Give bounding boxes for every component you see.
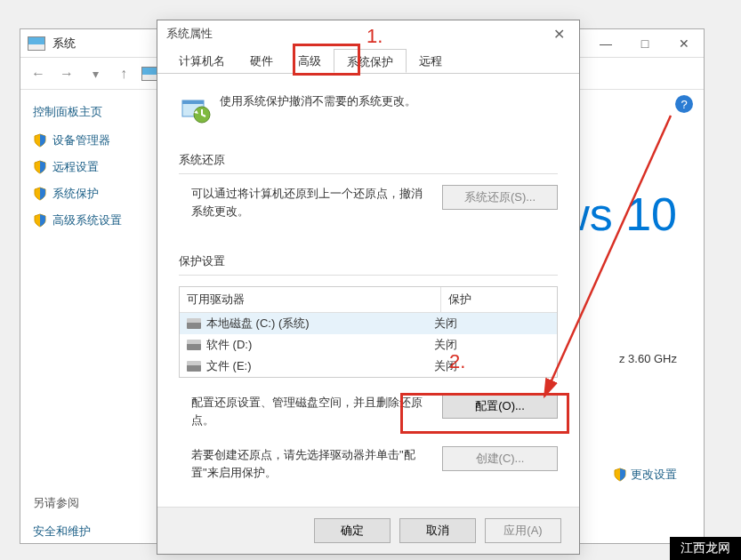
- system-restore-button[interactable]: 系统还原(S)...: [442, 185, 558, 210]
- system-icon: [28, 36, 45, 51]
- change-settings-link[interactable]: 更改设置: [613, 467, 677, 483]
- shield-icon: [33, 160, 47, 174]
- shield-icon: [33, 133, 47, 148]
- configure-text: 配置还原设置、管理磁盘空间，并且删除还原点。: [179, 394, 428, 428]
- up-button[interactable]: ↑: [113, 63, 134, 84]
- intro-row: 使用系统保护撤消不需要的系统更改。: [179, 93, 558, 125]
- annotation-number-1: 1.: [366, 25, 383, 48]
- configure-button[interactable]: 配置(O)...: [442, 394, 558, 419]
- shield-icon: [33, 213, 47, 228]
- sidebar-item-label: 远程设置: [52, 159, 99, 175]
- drive-table-header: 可用驱动器 保护: [180, 287, 557, 313]
- forward-button[interactable]: →: [56, 63, 77, 84]
- create-text: 若要创建还原点，请先选择驱动器并单击"配置"来启用保护。: [179, 446, 428, 481]
- drive-icon: [187, 318, 201, 329]
- dialog-body: 使用系统保护撤消不需要的系统更改。 系统还原 可以通过将计算机还原到上一个还原点…: [157, 74, 579, 508]
- sidebar-item-remote[interactable]: 远程设置: [33, 159, 149, 175]
- drive-name: 文件 (E:): [206, 358, 252, 374]
- annotation-number-2: 2.: [449, 350, 465, 373]
- up-chevron-icon: ▾: [85, 63, 106, 84]
- minimize-button[interactable]: —: [586, 30, 625, 57]
- sidebar-item-label: 设备管理器: [52, 132, 110, 148]
- drive-name: 软件 (D:): [206, 337, 252, 353]
- restore-text: 可以通过将计算机还原到上一个还原点，撤消系统更改。: [179, 185, 428, 220]
- shield-icon: [613, 468, 627, 482]
- drive-row-e[interactable]: 文件 (E:) 关闭: [180, 356, 557, 377]
- change-settings-label: 更改设置: [631, 467, 677, 483]
- tab-hardware[interactable]: 硬件: [238, 49, 286, 73]
- tabs: 计算机名 硬件 高级 系统保护 远程: [157, 47, 579, 74]
- sidebar-item-advanced[interactable]: 高级系统设置: [33, 212, 149, 228]
- close-button[interactable]: ✕: [664, 30, 704, 57]
- drive-status: 关闭: [434, 316, 550, 332]
- ok-button[interactable]: 确定: [314, 518, 391, 543]
- drive-icon: [187, 361, 201, 372]
- svg-rect-1: [182, 100, 204, 104]
- watermark: 江西龙网: [670, 537, 741, 560]
- drive-row-d[interactable]: 软件 (D:) 关闭: [180, 334, 557, 356]
- back-button[interactable]: ←: [28, 63, 49, 84]
- tab-computer-name[interactable]: 计算机名: [166, 49, 238, 73]
- restore-icon: [179, 93, 211, 125]
- sidebar-item-label: 高级系统设置: [52, 212, 122, 228]
- create-button[interactable]: 创建(C)...: [442, 446, 558, 471]
- divider: [179, 173, 558, 174]
- dialog-title: 系统属性: [166, 26, 213, 42]
- maximize-button[interactable]: □: [625, 30, 664, 57]
- header-drive: 可用驱动器: [180, 287, 441, 312]
- sidebar-header: 控制面板主页: [33, 104, 149, 120]
- sidebar-item-protection[interactable]: 系统保护: [33, 186, 149, 202]
- intro-text: 使用系统保护撤消不需要的系统更改。: [220, 93, 416, 125]
- restore-section-label: 系统还原: [179, 152, 558, 168]
- drive-row-c[interactable]: 本地磁盘 (C:) (系统) 关闭: [180, 313, 557, 334]
- tab-remote[interactable]: 远程: [407, 49, 455, 73]
- dialog-footer: 确定 取消 应用(A): [157, 507, 579, 554]
- drive-name: 本地磁盘 (C:) (系统): [206, 316, 310, 332]
- header-protection: 保护: [441, 287, 557, 312]
- sidebar-footer: 另请参阅 安全和维护: [33, 495, 149, 540]
- shield-icon: [33, 187, 47, 201]
- drive-icon: [187, 340, 201, 350]
- cancel-button[interactable]: 取消: [399, 518, 476, 543]
- tab-system-protection[interactable]: 系统保护: [334, 49, 407, 73]
- divider: [179, 275, 558, 276]
- drive-table: 可用驱动器 保护 本地磁盘 (C:) (系统) 关闭 软件 (D:) 关闭 文件…: [179, 286, 558, 378]
- dialog-close-button[interactable]: ✕: [548, 26, 570, 43]
- system-properties-dialog: 系统属性 ✕ 计算机名 硬件 高级 系统保护 远程 使用系统保护撤消不需要的系统…: [157, 20, 580, 555]
- apply-button[interactable]: 应用(A): [485, 518, 561, 543]
- sidebar-item-label: 系统保护: [52, 186, 99, 202]
- cpu-info: z 3.60 GHz: [619, 352, 677, 365]
- see-also-label: 另请参阅: [33, 495, 149, 511]
- sidebar-item-device-manager[interactable]: 设备管理器: [33, 132, 149, 148]
- security-maintenance-link[interactable]: 安全和维护: [33, 524, 149, 540]
- tab-advanced[interactable]: 高级: [286, 49, 334, 73]
- sidebar: 控制面板主页 设备管理器 远程设置 系统保护 高级系统设置 另请参阅 安全和维护: [20, 90, 163, 543]
- protect-section-label: 保护设置: [179, 253, 558, 269]
